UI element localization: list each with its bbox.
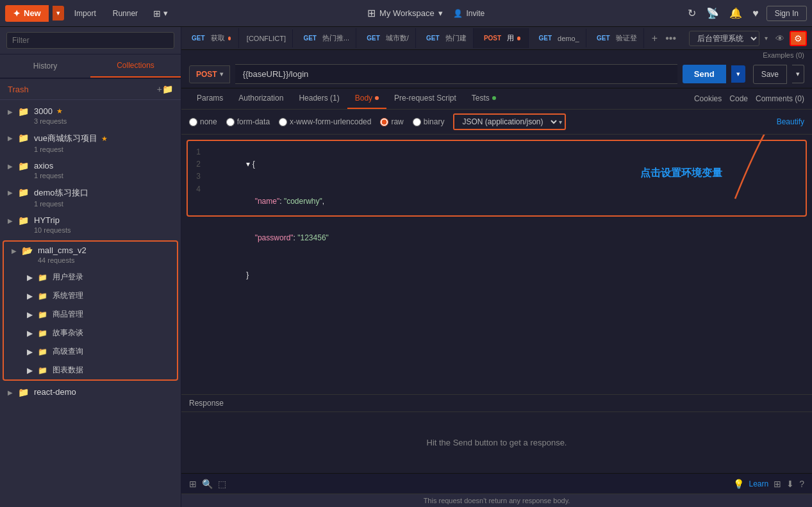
- examples-link[interactable]: Examples (0: [763, 51, 802, 59]
- line-numbers: 1 2 3 4: [188, 146, 207, 294]
- save-caret-button[interactable]: ▾: [792, 65, 804, 83]
- pre-request-tab[interactable]: Pre-request Script: [386, 88, 464, 109]
- dot-indicator: [228, 37, 231, 40]
- req-tab-city[interactable]: GET 城市数/: [356, 28, 416, 48]
- add-tab-button[interactable]: +: [649, 30, 660, 47]
- headers-tab[interactable]: Headers (1): [291, 88, 347, 109]
- code-button[interactable]: Code: [729, 94, 748, 103]
- urlencoded-option[interactable]: x-www-form-urlencoded: [279, 117, 371, 126]
- bottom-help-icon[interactable]: ?: [799, 479, 804, 489]
- collection-item-react[interactable]: ▶ 📁 react-demo: [0, 383, 181, 401]
- notification-icon-btn[interactable]: 🔔: [727, 4, 745, 22]
- params-tab[interactable]: Params: [189, 88, 231, 109]
- raw-radio[interactable]: [380, 118, 388, 126]
- bottom-download-icon[interactable]: ⬇: [786, 479, 794, 489]
- import-button[interactable]: Import: [68, 6, 103, 21]
- none-radio[interactable]: [189, 118, 197, 126]
- collapse-arrow: ▶: [8, 135, 13, 142]
- sidebar: History Collections Trash +📁 ▶ 📁 3000 ★ …: [0, 27, 181, 507]
- examples-area: Examples (0 ): [181, 50, 812, 60]
- collection-item-hytrip[interactable]: ▶ 📁 HYTrip 10 requests: [0, 212, 181, 238]
- coll-name: mall_cms_v2: [38, 245, 169, 255]
- interceptor-icon-btn[interactable]: 📡: [704, 4, 722, 22]
- body-tab[interactable]: Body: [347, 88, 386, 109]
- gear-icon-btn[interactable]: ⚙: [790, 31, 807, 46]
- subfolder-charts[interactable]: ▶📁图表数据: [4, 361, 177, 379]
- form-data-radio[interactable]: [226, 118, 235, 126]
- learn-label[interactable]: Learn: [749, 479, 769, 488]
- bottom-icon-btn-screen[interactable]: ⬚: [218, 479, 226, 489]
- bottom-share-icon[interactable]: ⊞: [774, 479, 781, 489]
- subfolder-story[interactable]: ▶📁故事杂谈: [4, 324, 177, 342]
- raw-option[interactable]: raw: [380, 117, 403, 126]
- add-collection-icon[interactable]: +📁: [157, 84, 173, 94]
- json-select-wrap: JSON (application/json) ▾: [453, 113, 566, 130]
- filter-input[interactable]: [6, 32, 174, 49]
- coll-info: 3000 ★ 3 requests: [34, 106, 173, 125]
- collection-item-mall[interactable]: ▶ 📂 mall_cms_v2 44 requests: [4, 242, 177, 268]
- code-lines: 1 2 3 4 ▾ { "name": "coderwhy",: [188, 141, 806, 299]
- bottom-icon-btn-search[interactable]: 🔍: [202, 479, 213, 489]
- req-tab-hotpush[interactable]: GET 热门推...: [293, 28, 356, 48]
- request-nav: Params Authorization Headers (1) Body Pr…: [181, 88, 812, 110]
- form-data-option[interactable]: form-data: [226, 117, 270, 126]
- subfolder-system[interactable]: ▶📁系统管理: [4, 287, 177, 305]
- json-type-select[interactable]: JSON (application/json): [454, 115, 559, 129]
- new-caret-button[interactable]: ▾: [53, 6, 64, 21]
- none-option[interactable]: none: [189, 117, 217, 126]
- star-icon: ★: [56, 107, 63, 115]
- req-tab-conflict[interactable]: [CONFLICT]: [239, 29, 294, 47]
- collection-item-demo[interactable]: ▶ 📁 demo练习接口 1 request: [0, 183, 181, 212]
- tests-dot: [492, 96, 496, 100]
- runner-button[interactable]: Runner: [106, 6, 144, 21]
- method-select[interactable]: POST ▾: [189, 65, 230, 83]
- collection-item-vue[interactable]: ▶ 📁 vue商城练习项目 ★ 1 request: [0, 129, 181, 157]
- urlencoded-radio[interactable]: [279, 118, 287, 126]
- send-button[interactable]: Send: [683, 65, 726, 83]
- binary-option[interactable]: binary: [413, 117, 445, 126]
- eye-icon-btn[interactable]: 👁: [774, 32, 786, 45]
- method-get-badge: GET: [594, 34, 613, 42]
- subfolder-users[interactable]: ▶📁用户登录: [4, 268, 177, 287]
- more-tabs-button[interactable]: •••: [663, 30, 679, 47]
- refresh-icon-btn[interactable]: ↻: [685, 4, 699, 22]
- req-tab-huoqu[interactable]: GET 获取: [181, 28, 239, 48]
- history-tab[interactable]: History: [0, 54, 90, 78]
- request-tabs: GET 获取 [CONFLICT] GET 热门推... GET 城市数/ GE…: [181, 27, 812, 50]
- collection-item-3000[interactable]: ▶ 📁 3000 ★ 3 requests: [0, 103, 181, 129]
- req-tab-post-use[interactable]: POST 用: [474, 28, 529, 48]
- binary-radio[interactable]: [413, 118, 421, 126]
- code-content[interactable]: ▾ { "name": "coderwhy", "password": "123…: [207, 146, 806, 294]
- url-input[interactable]: [235, 64, 677, 84]
- invite-button[interactable]: 👤 Invite: [447, 6, 491, 21]
- subfolder-query[interactable]: ▶📁高级查询: [4, 342, 177, 361]
- cookies-button[interactable]: Cookies: [694, 94, 722, 103]
- subfolder-goods[interactable]: ▶📁商品管理: [4, 305, 177, 324]
- coll-info: react-demo: [34, 387, 173, 397]
- bottom-icon-btn-1[interactable]: ⊞: [189, 479, 197, 489]
- collection-item-axios[interactable]: ▶ 📁 axios 1 request: [0, 157, 181, 183]
- bottom-bar-left: ⊞ 🔍 ⬚: [189, 479, 226, 489]
- heart-icon-btn[interactable]: ♥: [750, 5, 761, 22]
- new-button[interactable]: ✦ New: [5, 5, 49, 22]
- collections-tab[interactable]: Collections: [90, 54, 181, 78]
- env-select[interactable]: 后台管理系统: [689, 31, 759, 46]
- workspace-button[interactable]: ⊞ My Workspace ▾: [367, 7, 443, 19]
- trash-item[interactable]: Trash +📁: [0, 79, 181, 100]
- send-caret-button[interactable]: ▾: [731, 65, 745, 83]
- nav-right: ↻ 📡 🔔 ♥ Sign In: [685, 4, 807, 22]
- json-arrow: ▾: [559, 119, 565, 126]
- req-tab-demo[interactable]: GET demo_: [529, 29, 586, 47]
- body-section: none form-data x-www-form-urlencoded raw…: [181, 110, 812, 394]
- beautify-button[interactable]: Beautify: [777, 117, 804, 126]
- tests-tab[interactable]: Tests: [464, 88, 504, 109]
- req-tab-verify[interactable]: GET 验证登: [586, 28, 644, 48]
- comments-button[interactable]: Comments (0): [756, 94, 804, 103]
- bottom-bulb-icon[interactable]: 💡: [733, 479, 744, 489]
- save-button[interactable]: Save: [753, 65, 787, 84]
- coll-name: HYTrip: [34, 215, 173, 225]
- sign-in-button[interactable]: Sign In: [766, 6, 807, 21]
- authorization-tab[interactable]: Authorization: [231, 88, 291, 109]
- extra-button[interactable]: ⊞▾: [148, 5, 173, 22]
- req-tab-hotbuild[interactable]: GET 热门建: [416, 28, 474, 48]
